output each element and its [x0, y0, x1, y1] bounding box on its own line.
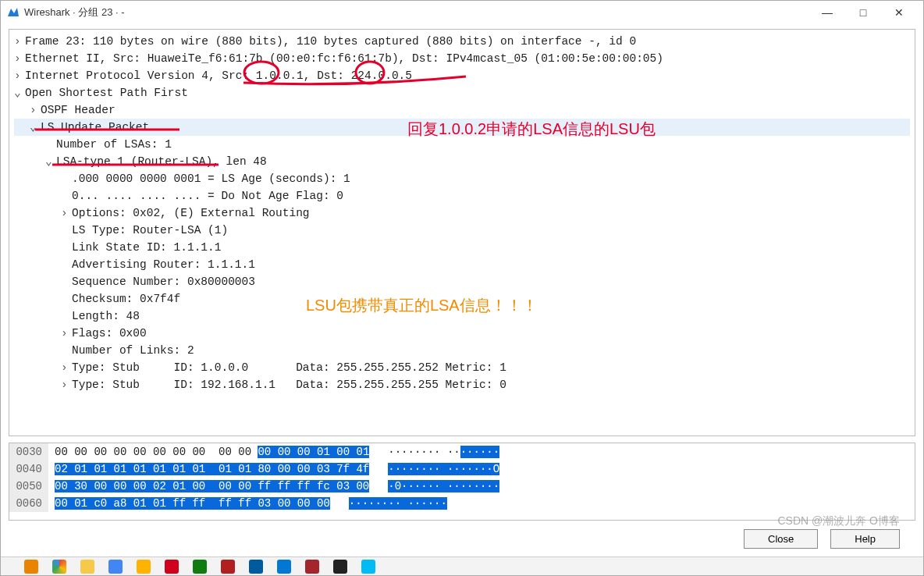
tree-text: Advertising Router: 1.1.1.1 — [72, 258, 255, 271]
dialog-button-bar: Close Help — [9, 521, 915, 556]
tree-row-ospf-header[interactable]: ›OSPF Header — [14, 101, 910, 119]
tree-text: Type: Stub ID: 1.0.0.0 Data: 255.255.255… — [72, 361, 506, 374]
taskbar-icon[interactable] — [137, 560, 151, 574]
taskbar-icon[interactable] — [24, 560, 38, 574]
hex-offset: 0030 — [9, 443, 48, 460]
taskbar-icon[interactable] — [333, 560, 347, 574]
taskbar-icon[interactable] — [249, 560, 263, 574]
tree-row-lsa1[interactable]: ⌄LSA-type 1 (Router-LSA), len 48 — [14, 153, 910, 170]
tree-row-ethernet[interactable]: ›Ethernet II, Src: HuaweiTe_f6:61:7b (00… — [14, 50, 910, 67]
hex-ascii[interactable]: ·0······ ········ — [369, 478, 499, 495]
tree-row-link2[interactable]: ›Type: Stub ID: 192.168.1.1 Data: 255.25… — [14, 376, 910, 393]
tree-row-dna[interactable]: 0... .... .... .... = Do Not Age Flag: 0 — [14, 187, 910, 204]
tree-text: Open Shortest Path First — [25, 87, 188, 99]
tree-text: Internet Protocol Version 4, Src: 1.0.0.… — [25, 69, 412, 82]
chevron-right-icon[interactable]: › — [30, 101, 41, 119]
hex-row[interactable]: 006000 01 c0 a8 01 01 ff ff ff ff 03 00 … — [9, 495, 915, 512]
tree-row-ip[interactable]: ›Internet Protocol Version 4, Src: 1.0.0… — [14, 67, 910, 84]
tree-text: .000 0000 0000 0001 = LS Age (seconds): … — [72, 172, 350, 185]
tree-row-length[interactable]: Length: 48 — [14, 308, 910, 325]
chevron-down-icon[interactable]: ⌄ — [14, 84, 25, 101]
hex-offset: 0060 — [9, 495, 48, 512]
taskbar-icon[interactable] — [193, 560, 207, 574]
tree-text: Options: 0x02, (E) External Routing — [72, 207, 310, 219]
taskbar-icon[interactable] — [80, 560, 94, 574]
tree-row-frame[interactable]: ›Frame 23: 110 bytes on wire (880 bits),… — [14, 33, 910, 50]
tree-text: 0... .... .... .... = Do Not Age Flag: 0 — [72, 190, 343, 202]
hex-bytes[interactable]: 02 01 01 01 01 01 01 01 01 01 80 00 00 0… — [48, 460, 369, 478]
content-area: ›Frame 23: 110 bytes on wire (880 bits),… — [1, 24, 923, 556]
hex-bytes[interactable]: 00 00 00 00 00 00 00 00 00 00 00 00 00 0… — [48, 443, 369, 460]
tree-row-lsage[interactable]: .000 0000 0000 0001 = LS Age (seconds): … — [14, 170, 910, 187]
hex-offset: 0040 — [9, 460, 48, 478]
tree-row-advr[interactable]: Advertising Router: 1.1.1.1 — [14, 256, 910, 273]
main-window: Wireshark · 分组 23 · - — □ ✕ ›Frame 23: 1… — [0, 0, 924, 576]
wireshark-icon — [7, 6, 20, 19]
hex-offset: 0050 — [9, 478, 48, 495]
tree-text: Length: 48 — [72, 310, 140, 322]
tree-row-cksum[interactable]: Checksum: 0x7f4f — [14, 290, 910, 308]
taskbar-icon[interactable] — [305, 560, 319, 574]
tree-row-lstype[interactable]: LS Type: Router-LSA (1) — [14, 222, 910, 239]
taskbar — [1, 556, 923, 575]
taskbar-icon[interactable] — [165, 560, 179, 574]
hex-row[interactable]: 003000 00 00 00 00 00 00 00 00 00 00 00 … — [9, 443, 915, 460]
maximize-button[interactable]: □ — [845, 1, 881, 24]
chevron-right-icon[interactable]: › — [14, 50, 25, 67]
tree-text: LS Type: Router-LSA (1) — [72, 224, 228, 236]
tree-row-link1[interactable]: ›Type: Stub ID: 1.0.0.0 Data: 255.255.25… — [14, 359, 910, 376]
chevron-right-icon[interactable]: › — [61, 376, 72, 393]
taskbar-icon[interactable] — [108, 560, 123, 574]
chevron-right-icon[interactable]: › — [14, 33, 25, 50]
tree-text: Link State ID: 1.1.1.1 — [72, 241, 221, 254]
tree-text: Number of LSAs: 1 — [56, 138, 172, 151]
minimize-button[interactable]: — — [809, 1, 845, 24]
tree-row-ospf[interactable]: ⌄Open Shortest Path First — [14, 84, 910, 101]
chevron-right-icon[interactable]: › — [61, 325, 72, 342]
tree-row-options[interactable]: ›Options: 0x02, (E) External Routing — [14, 204, 910, 222]
packet-details-pane[interactable]: ›Frame 23: 110 bytes on wire (880 bits),… — [9, 29, 915, 436]
chevron-right-icon[interactable]: › — [61, 204, 72, 222]
tree-text: OSPF Header — [41, 104, 116, 116]
tree-row-lsid[interactable]: Link State ID: 1.1.1.1 — [14, 239, 910, 256]
taskbar-icon[interactable] — [277, 560, 291, 574]
packet-bytes-pane[interactable]: 003000 00 00 00 00 00 00 00 00 00 00 00 … — [9, 443, 915, 521]
tree-text: Type: Stub ID: 192.168.1.1 Data: 255.255… — [72, 379, 506, 391]
tree-text: Checksum: 0x7f4f — [72, 293, 180, 305]
tree-row-seq[interactable]: Sequence Number: 0x80000003 — [14, 273, 910, 290]
close-button[interactable]: Close — [744, 529, 818, 549]
window-title: Wireshark · 分组 23 · - — [24, 5, 809, 20]
chevron-right-icon[interactable]: › — [61, 359, 72, 376]
hex-row[interactable]: 004002 01 01 01 01 01 01 01 01 01 80 00 … — [9, 460, 915, 478]
titlebar: Wireshark · 分组 23 · - — □ ✕ — [1, 1, 923, 24]
hex-bytes[interactable]: 00 01 c0 a8 01 01 ff ff ff ff 03 00 00 0… — [48, 495, 330, 512]
hex-bytes[interactable]: 00 30 00 00 00 02 01 00 00 00 ff ff ff f… — [48, 478, 369, 495]
chevron-down-icon[interactable]: ⌄ — [45, 153, 56, 170]
hex-ascii[interactable]: ········ ········ — [369, 443, 499, 460]
tree-text: Ethernet II, Src: HuaweiTe_f6:61:7b (00:… — [25, 52, 663, 65]
tree-row-flags[interactable]: ›Flags: 0x00 — [14, 325, 910, 342]
taskbar-icon[interactable] — [52, 560, 66, 574]
hex-row[interactable]: 005000 30 00 00 00 02 01 00 00 00 ff ff … — [9, 478, 915, 495]
tree-text: Frame 23: 110 bytes on wire (880 bits), … — [25, 35, 636, 48]
help-button[interactable]: Help — [830, 529, 900, 549]
taskbar-icon[interactable] — [361, 560, 375, 574]
tree-text: Sequence Number: 0x80000003 — [72, 276, 255, 288]
tree-row-lsu[interactable]: ⌄LS Update Packet — [14, 119, 910, 136]
tree-text: Number of Links: 2 — [72, 344, 194, 357]
chevron-down-icon[interactable]: ⌄ — [30, 119, 41, 136]
tree-text: Flags: 0x00 — [72, 327, 147, 340]
tree-row-num-lsa[interactable]: Number of LSAs: 1 — [14, 136, 910, 153]
close-window-button[interactable]: ✕ — [881, 1, 917, 24]
chevron-right-icon[interactable]: › — [14, 67, 25, 84]
tree-text: LS Update Packet — [41, 121, 149, 133]
tree-text: LSA-type 1 (Router-LSA), len 48 — [56, 155, 267, 168]
tree-row-nlinks[interactable]: Number of Links: 2 — [14, 342, 910, 359]
window-controls: — □ ✕ — [809, 1, 917, 24]
taskbar-icon[interactable] — [221, 560, 235, 574]
hex-ascii[interactable]: ········ ······ — [330, 495, 447, 512]
hex-ascii[interactable]: ········ ·······O — [369, 460, 499, 478]
